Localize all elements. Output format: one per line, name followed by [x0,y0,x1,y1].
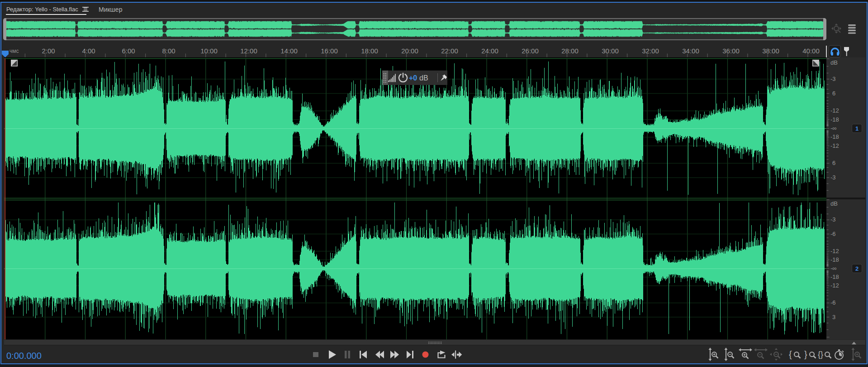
svg-text:}: } [804,349,807,359]
svg-text:{}: {} [818,350,823,359]
svg-text:{: { [789,349,792,359]
